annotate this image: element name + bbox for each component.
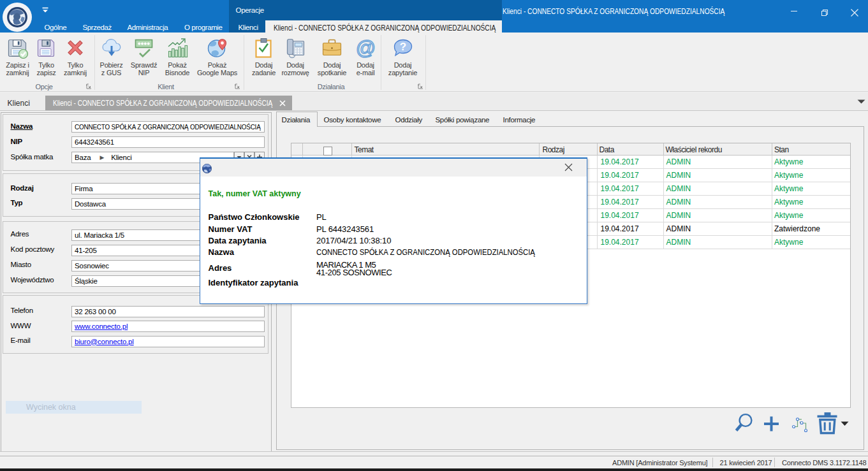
svg-text:?: ? bbox=[400, 41, 406, 53]
svg-text:@: @ bbox=[356, 38, 376, 59]
